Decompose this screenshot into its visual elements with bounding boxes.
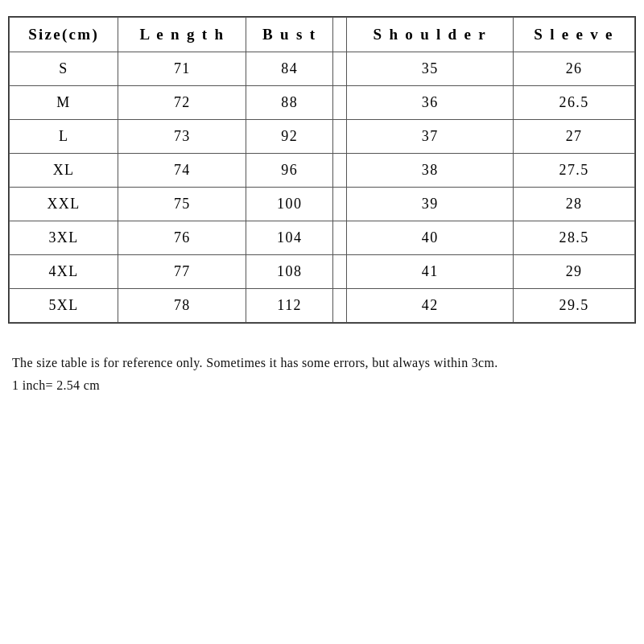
cell-7-1: 78 — [118, 289, 246, 323]
cell-2-2: 92 — [246, 120, 332, 154]
cell-6-2: 108 — [246, 255, 332, 289]
cell-2-1: 73 — [118, 120, 246, 154]
cell-7-2: 112 — [246, 289, 332, 323]
table-row: 4XL771084129 — [10, 255, 635, 289]
size-table: Size(cm) L e n g t h B u s t S h o u l d… — [9, 17, 635, 323]
cell-3-3 — [332, 154, 346, 188]
cell-7-4: 42 — [347, 289, 514, 323]
cell-4-5: 28 — [514, 188, 635, 221]
cell-5-4: 40 — [347, 221, 514, 255]
cell-6-3 — [332, 255, 346, 289]
cell-7-5: 29.5 — [514, 289, 635, 323]
cell-1-5: 26.5 — [514, 86, 635, 120]
header-sleeve: S l e e v e — [514, 18, 635, 52]
cell-7-3 — [332, 289, 346, 323]
cell-4-3 — [332, 188, 346, 221]
cell-5-0: 3XL — [10, 221, 118, 255]
cell-0-1: 71 — [118, 52, 246, 86]
cell-0-4: 35 — [347, 52, 514, 86]
header-size: Size(cm) — [10, 18, 118, 52]
table-row: M72883626.5 — [10, 86, 635, 120]
header-shoulder: S h o u l d e r — [347, 18, 514, 52]
cell-0-3 — [332, 52, 346, 86]
cell-7-0: 5XL — [10, 289, 118, 323]
cell-4-1: 75 — [118, 188, 246, 221]
cell-2-3 — [332, 120, 346, 154]
cell-2-0: L — [10, 120, 118, 154]
cell-3-1: 74 — [118, 154, 246, 188]
cell-4-0: XXL — [10, 188, 118, 221]
cell-3-4: 38 — [347, 154, 514, 188]
note-line-1: The size table is for reference only. So… — [12, 356, 632, 370]
cell-6-4: 41 — [347, 255, 514, 289]
cell-6-0: 4XL — [10, 255, 118, 289]
cell-3-2: 96 — [246, 154, 332, 188]
cell-1-0: M — [10, 86, 118, 120]
cell-1-3 — [332, 86, 346, 120]
cell-6-5: 29 — [514, 255, 635, 289]
cell-5-1: 76 — [118, 221, 246, 255]
cell-0-2: 84 — [246, 52, 332, 86]
table-header-row: Size(cm) L e n g t h B u s t S h o u l d… — [10, 18, 635, 52]
table-row: 3XL761044028.5 — [10, 221, 635, 255]
header-length: L e n g t h — [118, 18, 246, 52]
note-line-2: 1 inch= 2.54 cm — [12, 378, 632, 393]
cell-2-4: 37 — [347, 120, 514, 154]
table-row: XXL751003928 — [10, 188, 635, 221]
cell-4-2: 100 — [246, 188, 332, 221]
cell-2-5: 27 — [514, 120, 635, 154]
notes-container: The size table is for reference only. So… — [8, 348, 636, 409]
cell-0-5: 26 — [514, 52, 635, 86]
size-table-container: Size(cm) L e n g t h B u s t S h o u l d… — [8, 16, 636, 324]
cell-3-5: 27.5 — [514, 154, 635, 188]
cell-6-1: 77 — [118, 255, 246, 289]
cell-1-4: 36 — [347, 86, 514, 120]
cell-5-2: 104 — [246, 221, 332, 255]
cell-5-5: 28.5 — [514, 221, 635, 255]
cell-0-0: S — [10, 52, 118, 86]
table-row: S71843526 — [10, 52, 635, 86]
table-row: XL74963827.5 — [10, 154, 635, 188]
table-row: 5XL781124229.5 — [10, 289, 635, 323]
header-bust: B u s t — [246, 18, 332, 52]
cell-1-1: 72 — [118, 86, 246, 120]
cell-4-4: 39 — [347, 188, 514, 221]
cell-3-0: XL — [10, 154, 118, 188]
header-empty — [332, 18, 346, 52]
cell-1-2: 88 — [246, 86, 332, 120]
table-row: L73923727 — [10, 120, 635, 154]
cell-5-3 — [332, 221, 346, 255]
